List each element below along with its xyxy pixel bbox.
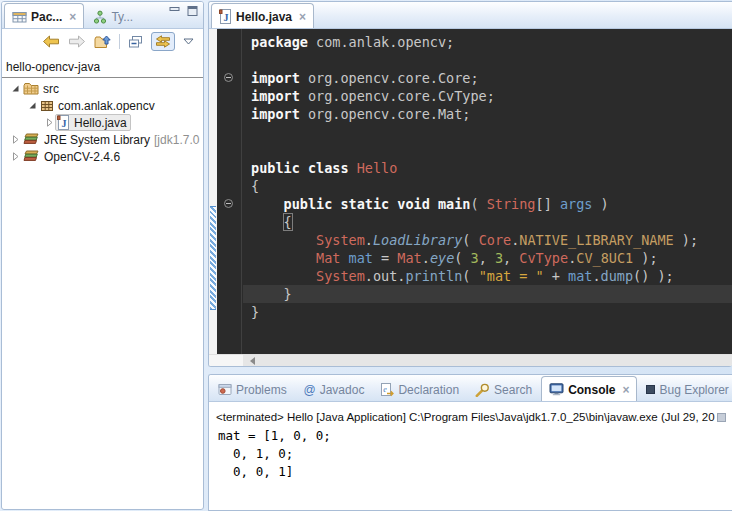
code-line: import org.opencv.core.Core; bbox=[243, 69, 732, 87]
fold-collapse-icon[interactable] bbox=[224, 199, 233, 208]
code-line: } bbox=[243, 285, 732, 303]
tree-item-content: src bbox=[21, 81, 63, 97]
console-output-line: mat = [1, 0, 0; bbox=[218, 427, 732, 445]
console-output-line: 0, 1, 0; bbox=[218, 445, 732, 463]
tab-label: Pac... bbox=[31, 10, 62, 24]
code-line: package com.anlak.opencv; bbox=[243, 33, 732, 51]
close-icon[interactable]: × bbox=[299, 10, 306, 24]
view-tab-ty[interactable]: Ty... bbox=[86, 5, 140, 28]
minimize-icon[interactable] bbox=[169, 6, 180, 16]
console-tab-console[interactable]: Console× bbox=[541, 376, 637, 402]
java-file-icon: J bbox=[57, 115, 70, 130]
package-folder-icon bbox=[23, 82, 39, 95]
javadoc-icon: @ bbox=[303, 383, 316, 396]
svg-text:J: J bbox=[62, 118, 67, 129]
console-output-line: 0, 0, 1] bbox=[218, 463, 732, 481]
back-icon[interactable] bbox=[42, 35, 60, 48]
tree-item-label: OpenCV-2.4.6 bbox=[44, 150, 120, 164]
horizontal-scrollbar[interactable] bbox=[209, 354, 732, 367]
folding-column[interactable] bbox=[217, 29, 242, 354]
tab-label: Console bbox=[568, 383, 615, 397]
eclipse-workbench: { "window": { "background_color": "#d6e4… bbox=[0, 0, 732, 511]
library-icon bbox=[23, 150, 40, 163]
project-root[interactable]: hello-opencv-java bbox=[2, 58, 203, 78]
left-tabs: Pac...×Ty... bbox=[2, 2, 140, 28]
close-icon[interactable]: × bbox=[622, 383, 629, 397]
tree-item-decoration: [jdk1.7.0 bbox=[154, 133, 199, 147]
collapsed-arrow-icon[interactable] bbox=[10, 152, 21, 161]
code-line: System.LoadLibrary( Core.NATIVE_LIBRARY_… bbox=[243, 231, 732, 249]
package-icon bbox=[40, 100, 54, 112]
tree-item-label: Hello.java bbox=[74, 116, 127, 130]
tree-item-src[interactable]: src bbox=[2, 80, 203, 97]
code-editor[interactable]: package com.anlak.opencv;import org.open… bbox=[209, 29, 732, 354]
code-line: System.out.println( "mat = " + mat.dump(… bbox=[243, 267, 732, 285]
fold-collapse-icon[interactable] bbox=[224, 73, 233, 82]
tree-item-hello-java[interactable]: JHello.java bbox=[2, 114, 203, 131]
tree-item-label: src bbox=[43, 82, 59, 96]
annotation-ruler[interactable] bbox=[209, 29, 217, 354]
tab-label: Hello.java bbox=[236, 10, 292, 24]
console-tab-problems[interactable]: Problems bbox=[211, 378, 294, 401]
console-toolbar-button[interactable] bbox=[717, 413, 726, 422]
code-text[interactable]: package com.anlak.opencv;import org.open… bbox=[243, 33, 732, 321]
left-view-tabbar: Pac...×Ty... bbox=[2, 2, 203, 29]
java-file-icon: J bbox=[219, 9, 232, 24]
method-range-indicator bbox=[210, 206, 216, 310]
scrollbar-track[interactable] bbox=[243, 355, 732, 367]
package-explorer-view: Pac...×Ty... hello-opencv-java srccom.an… bbox=[1, 1, 204, 510]
forward-icon[interactable] bbox=[68, 35, 86, 48]
console-tab-declaration[interactable]: eDeclaration bbox=[373, 378, 466, 401]
code-line: public static void main( String[] args ) bbox=[243, 195, 732, 213]
collapsed-arrow-icon[interactable] bbox=[10, 135, 21, 144]
code-line: import org.opencv.core.CvType; bbox=[243, 87, 732, 105]
maximize-icon[interactable] bbox=[187, 6, 198, 16]
tree-item-content: com.anlak.opencv bbox=[38, 98, 159, 114]
editor-tab-hello-java[interactable]: JHello.java× bbox=[211, 3, 314, 29]
code-line: import org.opencv.core.Mat; bbox=[243, 105, 732, 123]
view-tab-pac[interactable]: Pac...× bbox=[4, 3, 84, 29]
tree-items: srccom.anlak.opencvJHello.javaJRE System… bbox=[2, 80, 203, 165]
console-tabbar: Problems@JavadoceDeclarationSearchConsol… bbox=[209, 375, 732, 402]
code-line: { bbox=[243, 177, 732, 195]
code-line bbox=[243, 141, 732, 159]
tree-item-com-anlak-opencv[interactable]: com.anlak.opencv bbox=[2, 97, 203, 114]
tree-item-content: OpenCV-2.4.6 bbox=[21, 149, 124, 165]
expanded-arrow-icon[interactable] bbox=[10, 84, 21, 93]
tree-item-opencv-2-4-6[interactable]: OpenCV-2.4.6 bbox=[2, 148, 203, 165]
code-line: Mat mat = Mat.eye( 3, 3, CvType.CV_8UC1 … bbox=[243, 249, 732, 267]
tab-label: Bug Explorer bbox=[659, 383, 728, 397]
tree-item-content: JHello.java bbox=[55, 114, 131, 131]
collapse-all-icon[interactable] bbox=[128, 35, 143, 49]
console-tab-bug-explorer[interactable]: Bug Explorer bbox=[639, 378, 732, 401]
problems-icon bbox=[218, 383, 232, 396]
view-menu-icon[interactable] bbox=[183, 38, 194, 45]
link-with-editor-icon bbox=[155, 35, 171, 48]
view-window-buttons bbox=[169, 6, 198, 16]
svg-text:e: e bbox=[384, 384, 388, 393]
editor-area: JHello.java× package com.anlak.opencv;im… bbox=[208, 1, 732, 367]
code-line: public class Hello bbox=[243, 159, 732, 177]
expanded-arrow-icon[interactable] bbox=[27, 101, 38, 110]
console-tab-javadoc[interactable]: @Javadoc bbox=[296, 378, 372, 401]
package-explorer-icon bbox=[12, 10, 27, 24]
svg-text:J: J bbox=[224, 12, 229, 23]
editor-tabbar: JHello.java× bbox=[209, 2, 732, 29]
tab-label: Javadoc bbox=[320, 383, 365, 397]
search-icon bbox=[475, 383, 490, 397]
console-tab-search[interactable]: Search bbox=[468, 378, 539, 401]
package-explorer-toolbar bbox=[2, 29, 203, 54]
declaration-icon: e bbox=[380, 383, 394, 397]
scroll-left-arrow-icon[interactable] bbox=[250, 357, 255, 365]
collapsed-arrow-icon[interactable] bbox=[44, 118, 55, 127]
tree-item-content: JRE System Library [jdk1.7.0 bbox=[21, 132, 203, 148]
scrollbar-corner bbox=[209, 355, 243, 367]
link-with-editor-button[interactable] bbox=[151, 32, 175, 51]
tree-item-label: com.anlak.opencv bbox=[58, 99, 155, 113]
tree-item-jre-system-library[interactable]: JRE System Library [jdk1.7.0 bbox=[2, 131, 203, 148]
project-tree: hello-opencv-java srccom.anlak.opencvJHe… bbox=[2, 54, 203, 165]
up-icon[interactable] bbox=[94, 35, 111, 49]
console-output: mat = [1, 0, 0; 0, 1, 0; 0, 0, 1] bbox=[209, 425, 732, 481]
close-icon[interactable]: × bbox=[69, 10, 76, 24]
code-line bbox=[243, 123, 732, 141]
